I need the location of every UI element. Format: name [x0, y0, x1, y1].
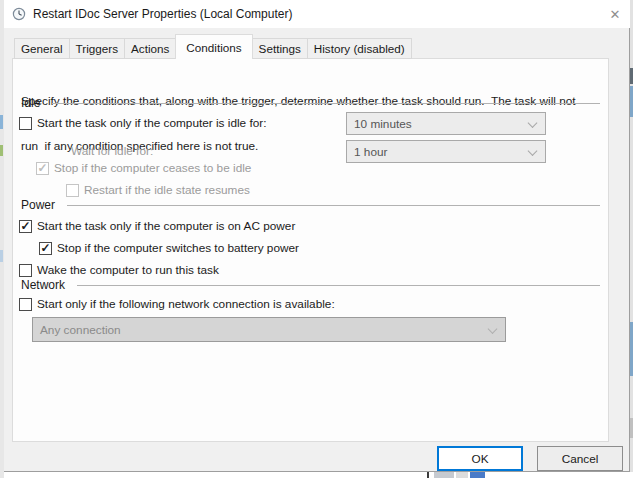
- window-title: Restart IDoc Server Properties (Local Co…: [33, 7, 292, 21]
- chevron-down-icon: [488, 324, 498, 334]
- network-group-header: Network: [21, 278, 602, 292]
- tab-conditions[interactable]: Conditions: [175, 34, 252, 59]
- power-battery-row: Stop if the computer switches to battery…: [39, 240, 299, 256]
- task-scheduler-clock-icon: [12, 7, 26, 21]
- background-speck: [0, 250, 3, 262]
- idle-group-line: [52, 103, 600, 104]
- power-group-label: Power: [21, 198, 55, 212]
- close-icon: ✕: [610, 7, 621, 22]
- wait-for-idle-label: Wait for idle for:: [71, 144, 153, 158]
- network-connection-combobox: Any connection: [32, 317, 506, 342]
- ok-button-label: OK: [471, 452, 488, 466]
- network-connection-value: Any connection: [40, 323, 121, 337]
- idle-restart-row: Restart if the idle state resumes: [66, 182, 250, 198]
- tab-bar: General Triggers Actions Conditions Sett…: [14, 34, 411, 59]
- background-speck: [0, 145, 3, 156]
- idle-start-checkbox[interactable]: [19, 117, 32, 130]
- background-toolbar-icon: [456, 472, 468, 478]
- power-battery-label: Stop if the computer switches to battery…: [57, 241, 299, 255]
- background-divider: [427, 472, 429, 478]
- background-window-bottom-sliver: [4, 472, 633, 478]
- idle-stop-checkbox: [36, 162, 49, 175]
- tab-settings[interactable]: Settings: [252, 38, 308, 59]
- close-button[interactable]: ✕: [599, 0, 631, 28]
- power-wake-label: Wake the computer to run this task: [37, 263, 219, 277]
- tab-actions[interactable]: Actions: [124, 38, 176, 59]
- background-speck: [0, 115, 3, 129]
- idle-group-label: Idle: [21, 96, 40, 110]
- power-ac-checkbox[interactable]: [19, 220, 32, 233]
- network-group-label: Network: [21, 278, 65, 292]
- tab-triggers[interactable]: Triggers: [69, 38, 125, 59]
- idle-group-header: Idle: [21, 96, 602, 110]
- power-battery-checkbox[interactable]: [39, 242, 52, 255]
- power-group-line: [67, 205, 600, 206]
- idle-stop-row: Stop if the computer ceases to be idle: [36, 160, 251, 176]
- wait-for-idle-combobox: 1 hour: [346, 140, 546, 163]
- wait-for-idle-value: 1 hour: [354, 145, 387, 159]
- idle-start-label: Start the task only if the computer is i…: [37, 116, 267, 130]
- tab-general[interactable]: General: [14, 38, 70, 59]
- conditions-tab-page: Specify the conditions that, along with …: [12, 58, 609, 442]
- idle-start-row: Start the task only if the computer is i…: [19, 115, 267, 131]
- background-toolbar-icon: [470, 472, 485, 478]
- power-ac-row: Start the task only if the computer is o…: [19, 218, 295, 234]
- power-group-header: Power: [21, 198, 602, 212]
- network-start-row: Start only if the following network conn…: [19, 296, 335, 312]
- network-group-line: [77, 285, 600, 286]
- power-wake-checkbox[interactable]: [19, 264, 32, 277]
- idle-stop-label: Stop if the computer ceases to be idle: [54, 161, 251, 175]
- idle-restart-checkbox: [66, 184, 79, 197]
- power-wake-row: Wake the computer to run this task: [19, 262, 219, 278]
- network-start-checkbox[interactable]: [19, 298, 32, 311]
- chevron-down-icon: [528, 118, 538, 128]
- ok-button[interactable]: OK: [437, 446, 523, 471]
- power-ac-label: Start the task only if the computer is o…: [37, 219, 295, 233]
- network-start-label: Start only if the following network conn…: [37, 297, 335, 311]
- screen: Restart IDoc Server Properties (Local Co…: [0, 0, 633, 478]
- idle-duration-value: 10 minutes: [354, 117, 412, 131]
- idle-restart-label: Restart if the idle state resumes: [84, 183, 250, 197]
- idle-duration-combobox: 10 minutes: [346, 112, 546, 135]
- background-toolbar-icon: [434, 472, 454, 478]
- title-bar: Restart IDoc Server Properties (Local Co…: [4, 0, 630, 28]
- cancel-button[interactable]: Cancel: [537, 446, 623, 471]
- cancel-button-label: Cancel: [562, 452, 599, 466]
- tab-history[interactable]: History (disabled): [307, 38, 412, 59]
- chevron-down-icon: [528, 146, 538, 156]
